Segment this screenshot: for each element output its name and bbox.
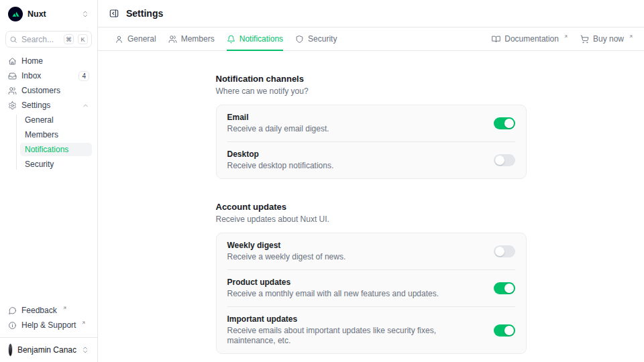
chevron-up-icon xyxy=(82,102,89,109)
sidebar-item-customers[interactable]: Customers xyxy=(5,84,92,97)
shopping-cart-icon xyxy=(580,35,589,44)
help-support-link[interactable]: Help & Support xyxy=(5,318,92,332)
info-circle-icon xyxy=(8,321,17,330)
sidebar-item-label: Members xyxy=(25,130,58,139)
toggle-knob xyxy=(504,119,514,128)
workspace-switcher[interactable]: Nuxt xyxy=(5,5,92,23)
tab-label: General xyxy=(127,34,156,44)
tab-members[interactable]: Members xyxy=(168,27,215,50)
user-name: Benjamin Canac xyxy=(17,345,76,355)
search-placeholder: Search... xyxy=(21,35,60,44)
toggle-knob xyxy=(495,156,504,165)
sidebar-item-general[interactable]: General xyxy=(20,113,92,127)
footer-link-label: Help & Support xyxy=(21,320,76,330)
toggle-knob xyxy=(504,284,514,293)
sidebar-item-security[interactable]: Security xyxy=(20,158,92,171)
sidebar-spacer xyxy=(5,171,92,304)
setting-row-email: Email Receive a daily email digest. xyxy=(227,105,515,141)
feedback-link[interactable]: Feedback xyxy=(5,304,92,317)
settings-content: Notification channels Where can we notif… xyxy=(98,51,644,362)
setting-row-product-updates: Product updates Receive a monthly email … xyxy=(227,269,515,306)
sidebar-footer: Feedback Help & Support xyxy=(5,304,92,332)
setting-row-desktop: Desktop Receive desktop notifications. xyxy=(227,141,515,178)
external-link-icon xyxy=(62,306,67,310)
sidebar-item-home[interactable]: Home xyxy=(5,54,92,68)
nuxt-logo-icon xyxy=(8,7,23,21)
setting-description: Receive a weekly digest of news. xyxy=(227,252,346,262)
setting-label: Weekly digest xyxy=(227,241,346,251)
main-area: Settings General Members Notifications S… xyxy=(98,0,644,362)
weekly-digest-toggle[interactable] xyxy=(494,245,515,257)
sidebar-item-label: General xyxy=(25,115,54,125)
link-label: Buy now xyxy=(593,34,624,44)
account-card: Weekly digest Receive a weekly digest of… xyxy=(216,233,527,354)
footer-link-label: Feedback xyxy=(21,306,57,315)
sidebar-item-notifications[interactable]: Notifications xyxy=(20,143,92,156)
section-subtitle: Where can we notify you? xyxy=(216,86,527,97)
settings-tabbar: General Members Notifications Security D… xyxy=(98,27,644,51)
collapse-sidebar-icon[interactable] xyxy=(109,8,119,19)
setting-description: Receive desktop notifications. xyxy=(227,161,334,171)
sidebar-item-members[interactable]: Members xyxy=(20,128,92,141)
sidebar-item-label: Security xyxy=(25,160,54,169)
settings-subnav: General Members Notifications Security xyxy=(5,113,92,171)
workspace-name: Nuxt xyxy=(28,9,76,19)
section-notification-channels: Notification channels Where can we notif… xyxy=(216,74,527,179)
chevrons-up-down-icon xyxy=(81,10,89,18)
setting-label: Desktop xyxy=(227,149,334,160)
channels-card: Email Receive a daily email digest. Desk… xyxy=(216,105,527,179)
sidebar-nav: Home Inbox 4 Customers Settings General … xyxy=(5,54,92,171)
sidebar-item-label: Customers xyxy=(21,86,89,95)
section-title: Account updates xyxy=(216,202,527,213)
external-link-icon xyxy=(81,320,86,325)
shield-icon xyxy=(295,35,304,44)
kbd-k: K xyxy=(78,34,88,44)
external-link-icon xyxy=(564,34,568,39)
tab-label: Notifications xyxy=(239,34,283,44)
page-title: Settings xyxy=(126,8,163,19)
user-menu[interactable]: Benjamin Canac xyxy=(5,338,92,358)
toggle-knob xyxy=(504,326,514,335)
section-account-updates: Account updates Receive updates about Nu… xyxy=(216,202,527,354)
desktop-toggle[interactable] xyxy=(494,154,515,166)
external-link-icon xyxy=(629,34,633,39)
section-title: Notification channels xyxy=(216,74,527,84)
avatar xyxy=(8,343,13,357)
section-subtitle: Receive updates about Nuxt UI. xyxy=(216,215,527,225)
sidebar-item-label: Settings xyxy=(21,101,77,110)
tab-label: Security xyxy=(308,34,337,44)
inbox-count-badge: 4 xyxy=(78,71,89,81)
email-toggle[interactable] xyxy=(494,117,515,129)
tab-notifications[interactable]: Notifications xyxy=(227,27,283,50)
tab-security[interactable]: Security xyxy=(295,27,337,50)
bell-icon xyxy=(227,35,235,44)
setting-label: Email xyxy=(227,113,329,123)
header-links: Documentation Buy now xyxy=(492,34,633,44)
important-updates-toggle[interactable] xyxy=(494,324,515,337)
link-label: Documentation xyxy=(504,34,559,44)
setting-description: Receive a daily email digest. xyxy=(227,124,329,134)
setting-description: Receive emails about important updates l… xyxy=(227,326,483,346)
page-header: Settings xyxy=(98,0,644,27)
product-updates-toggle[interactable] xyxy=(494,282,515,294)
tab-general[interactable]: General xyxy=(115,27,156,50)
tab-label: Members xyxy=(181,34,215,44)
inbox-icon xyxy=(8,72,17,80)
users-icon xyxy=(168,35,177,44)
book-open-icon xyxy=(492,35,500,44)
documentation-link[interactable]: Documentation xyxy=(492,34,568,44)
user-icon xyxy=(115,35,123,44)
sidebar-item-inbox[interactable]: Inbox 4 xyxy=(5,69,92,82)
setting-description: Receive a monthly email with all new fea… xyxy=(227,289,439,299)
chevrons-up-down-icon xyxy=(81,346,89,354)
buy-now-link[interactable]: Buy now xyxy=(580,34,633,44)
sidebar-item-label: Home xyxy=(21,56,89,66)
sidebar-item-settings[interactable]: Settings xyxy=(5,99,92,112)
setting-row-important-updates: Important updates Receive emails about i… xyxy=(227,306,515,353)
sidebar-item-label: Inbox xyxy=(21,71,74,80)
sidebar-item-label: Notifications xyxy=(25,145,68,154)
chat-bubble-icon xyxy=(8,306,17,315)
setting-label: Important updates xyxy=(227,314,483,324)
toggle-knob xyxy=(495,247,504,256)
search-input[interactable]: Search... ⌘ K xyxy=(5,31,92,48)
